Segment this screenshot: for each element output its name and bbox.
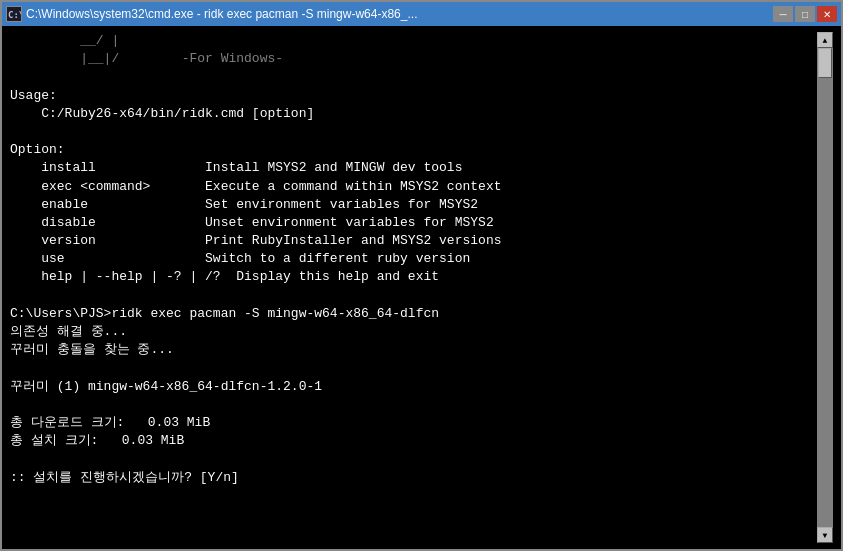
resolving-deps: 의존성 해결 중... [10, 323, 817, 341]
cmd-window: C:\ C:\Windows\system32\cmd.exe - ridk e… [0, 0, 843, 551]
title-bar-left: C:\ C:\Windows\system32\cmd.exe - ridk e… [6, 6, 417, 22]
title-bar-buttons: ─ □ ✕ [773, 6, 837, 22]
confirm-prompt: :: 설치를 진행하시겠습니까? [Y/n] [10, 469, 817, 487]
option-enable: enable Set environment variables for MSY… [10, 196, 817, 214]
scroll-down-button[interactable]: ▼ [817, 527, 833, 543]
maximize-button[interactable]: □ [795, 6, 815, 22]
option-help: help | --help | -? | /? Display this hel… [10, 268, 817, 286]
window-title: C:\Windows\system32\cmd.exe - ridk exec … [26, 7, 417, 21]
blank-5 [10, 396, 817, 414]
option-exec: exec <command> Execute a command within … [10, 178, 817, 196]
download-size: 총 다운로드 크기: 0.03 MiB [10, 414, 817, 432]
option-install: install Install MSYS2 and MINGW dev tool… [10, 159, 817, 177]
usage-cmd: C:/Ruby26-x64/bin/ridk.cmd [option] [10, 105, 817, 123]
command-prompt: C:\Users\PJS>ridk exec pacman -S mingw-w… [10, 305, 817, 323]
ascii-line-2: |__|/ -For Windows- [10, 50, 817, 68]
option-use: use Switch to a different ruby version [10, 250, 817, 268]
package-list: 꾸러미 (1) mingw-w64-x86_64-dlfcn-1.2.0-1 [10, 378, 817, 396]
blank-6 [10, 450, 817, 468]
install-size: 총 설치 크기: 0.03 MiB [10, 432, 817, 450]
cmd-icon: C:\ [6, 6, 22, 22]
blank-3 [10, 287, 817, 305]
scroll-up-button[interactable]: ▲ [817, 32, 833, 48]
scrollbar-track[interactable] [817, 48, 833, 527]
svg-text:C:\: C:\ [8, 10, 21, 20]
scrollbar-thumb[interactable] [818, 48, 832, 78]
close-button[interactable]: ✕ [817, 6, 837, 22]
usage-label: Usage: [10, 87, 817, 105]
minimize-button[interactable]: ─ [773, 6, 793, 22]
terminal[interactable]: __/ | |__|/ -For Windows- Usage: C:/Ruby… [2, 26, 841, 549]
option-version: version Print RubyInstaller and MSYS2 ve… [10, 232, 817, 250]
option-disable: disable Unset environment variables for … [10, 214, 817, 232]
blank-4 [10, 359, 817, 377]
blank-2 [10, 123, 817, 141]
finding-conflicts: 꾸러미 충돌을 찾는 중... [10, 341, 817, 359]
option-label: Option: [10, 141, 817, 159]
ascii-line-1: __/ | [10, 32, 817, 50]
blank-1 [10, 68, 817, 86]
terminal-content: __/ | |__|/ -For Windows- Usage: C:/Ruby… [10, 32, 817, 543]
title-bar: C:\ C:\Windows\system32\cmd.exe - ridk e… [2, 2, 841, 26]
scrollbar[interactable]: ▲ ▼ [817, 32, 833, 543]
